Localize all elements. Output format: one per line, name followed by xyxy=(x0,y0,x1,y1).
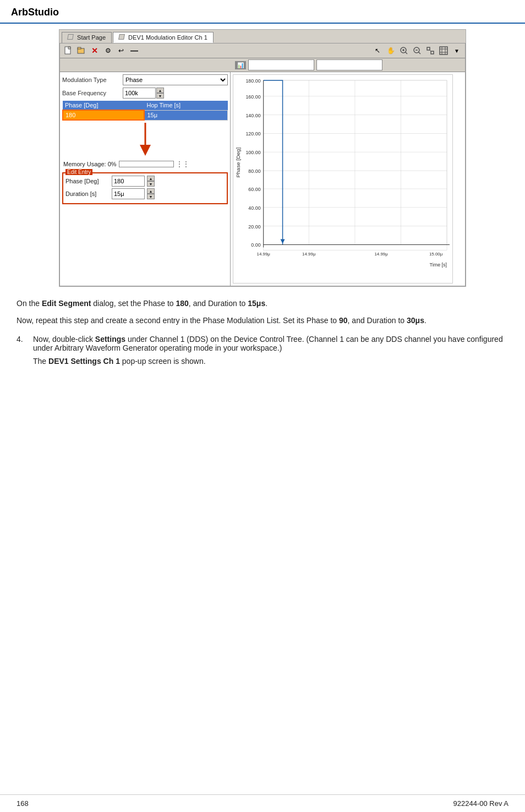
phase-chart: 0.00 20.00 40.00 60.00 80.00 100.00 120.… xyxy=(233,74,453,284)
memory-track xyxy=(119,161,174,167)
svg-line-8 xyxy=(418,52,420,54)
svg-text:14.99μ: 14.99μ xyxy=(302,252,315,257)
para1: On the Edit Segment dialog, set the Phas… xyxy=(17,298,508,309)
edit-phase-input[interactable] xyxy=(112,176,145,187)
new-button[interactable] xyxy=(62,45,74,57)
hoptime-value-cell: 15μ xyxy=(144,110,227,120)
para1-bold3: 15μs xyxy=(248,299,265,308)
phase-col-header: Phase [Deg] xyxy=(63,101,144,110)
para1-bold1: Edit Segment xyxy=(42,299,91,308)
chart-inputs: 📊 0 0 xyxy=(235,59,382,70)
edit-phase-spinner: ▲ ▼ xyxy=(147,176,155,187)
edit-duration-down[interactable]: ▼ xyxy=(147,194,155,199)
cursor-button[interactable]: ↖ xyxy=(371,45,384,57)
item-number: 4. xyxy=(17,335,28,370)
phase-value-cell: 180 xyxy=(63,110,144,120)
zoom-out-button[interactable] xyxy=(411,45,423,57)
chart-input-left[interactable]: 0 xyxy=(248,59,314,70)
edit-duration-spinner: ▲ ▼ xyxy=(147,188,155,199)
text-section: On the Edit Segment dialog, set the Phas… xyxy=(17,298,508,326)
svg-line-4 xyxy=(405,52,407,54)
para2-bold1: 90 xyxy=(339,316,348,325)
base-frequency-label: Base Frequency xyxy=(62,90,123,96)
svg-text:80.00: 80.00 xyxy=(248,168,260,174)
item4-para1: Now, double-click Settings under Channel… xyxy=(33,335,508,352)
app-title: ArbStudio xyxy=(11,7,514,18)
svg-text:60.00: 60.00 xyxy=(248,187,260,192)
undo-button[interactable]: ↩ xyxy=(115,45,127,57)
tab-start-page[interactable]: Start Page xyxy=(62,32,112,43)
svg-text:0.00: 0.00 xyxy=(251,242,260,248)
dash-button[interactable]: — xyxy=(128,45,140,57)
chart-input-right[interactable]: 0 xyxy=(316,59,382,70)
open-button[interactable] xyxy=(75,45,88,57)
hoptime-col-header: Hop Time [s] xyxy=(144,101,227,110)
page-number: 168 xyxy=(17,799,29,808)
zoom-in-button[interactable] xyxy=(398,45,410,57)
edit-duration-row: Duration [s] ▲ ▼ xyxy=(65,188,225,199)
edit-entry-box: Edit Entry Phase [Deg] ▲ ▼ Duration [s] xyxy=(62,172,228,204)
modulation-type-select[interactable]: Phase Frequency Amplitude xyxy=(123,74,228,85)
left-toolbar: ✕ ⚙ ↩ — xyxy=(62,45,140,57)
edit-duration-input[interactable] xyxy=(112,188,145,199)
svg-text:15.00μ: 15.00μ xyxy=(429,252,442,257)
phase-table-row[interactable]: 180 15μ xyxy=(63,110,228,120)
svg-text:14.99μ: 14.99μ xyxy=(374,252,387,257)
edit-duration-label: Duration [s] xyxy=(65,190,110,197)
settings-button[interactable]: ⚙ xyxy=(102,45,114,57)
close-button[interactable]: ✕ xyxy=(89,45,101,57)
item4-bold1: Settings xyxy=(95,335,125,344)
more-button[interactable]: ▼ xyxy=(451,45,463,57)
edit-phase-label: Phase [Deg] xyxy=(65,178,110,184)
item4-para2: The DEV1 Settings Ch 1 pop-up screen is … xyxy=(33,357,508,366)
edit-phase-up[interactable]: ▲ xyxy=(147,176,155,181)
phase-table: Phase [Deg] Hop Time [s] 180 15μ xyxy=(62,101,228,121)
svg-rect-21 xyxy=(264,80,447,250)
arrow-indicator xyxy=(62,121,228,158)
base-freq-up[interactable]: ▲ xyxy=(156,88,164,93)
hand-button[interactable]: ✋ xyxy=(385,45,397,57)
fit-button[interactable] xyxy=(424,45,436,57)
main-layout: Modulation Type Phase Frequency Amplitud… xyxy=(60,72,465,286)
chart-icon: 📊 xyxy=(235,61,246,69)
svg-text:120.00: 120.00 xyxy=(245,131,260,137)
doc-reference: 922244-00 Rev A xyxy=(453,799,508,808)
app-window: ✕ ⚙ ↩ — ↖ ✋ xyxy=(59,43,466,286)
para2-bold2: 30μs xyxy=(407,316,424,325)
tab-dev1-modulation[interactable]: DEV1 Modulation Editor Ch 1 xyxy=(113,32,214,43)
numbered-item-4: 4. Now, double-click Settings under Chan… xyxy=(17,335,508,370)
screenshot-container: Start Page DEV1 Modulation Editor Ch 1 ✕ xyxy=(59,29,466,287)
base-frequency-spinner: ▲ ▼ xyxy=(123,88,164,99)
memory-bar: Memory Usage: 0% ⋮⋮ xyxy=(62,158,228,170)
base-freq-down[interactable]: ▼ xyxy=(156,93,164,99)
svg-text:160.00: 160.00 xyxy=(245,94,260,100)
svg-line-12 xyxy=(430,50,431,51)
para1-bold2: 180 xyxy=(176,299,189,308)
memory-label: Memory Usage: 0% xyxy=(63,161,117,167)
item4-bold2: DEV1 Settings Ch 1 xyxy=(48,357,120,366)
base-frequency-row: Base Frequency ▲ ▼ xyxy=(62,88,228,99)
svg-text:Time [s]: Time [s] xyxy=(430,262,447,268)
svg-text:100.00: 100.00 xyxy=(245,150,260,155)
svg-text:Phase [Deg]: Phase [Deg] xyxy=(235,148,241,178)
svg-text:14.99μ: 14.99μ xyxy=(257,252,270,257)
grid-button[interactable] xyxy=(438,45,450,57)
edit-phase-row: Phase [Deg] ▲ ▼ xyxy=(65,176,225,187)
svg-text:40.00: 40.00 xyxy=(248,205,260,211)
modulation-type-row: Modulation Type Phase Frequency Amplitud… xyxy=(62,74,228,85)
base-frequency-spinner-btns: ▲ ▼ xyxy=(156,88,164,99)
svg-marker-19 xyxy=(140,145,151,156)
edit-phase-down[interactable]: ▼ xyxy=(147,181,155,187)
page-header: ArbStudio xyxy=(0,0,525,24)
base-frequency-input[interactable] xyxy=(123,88,156,99)
item-content: Now, double-click Settings under Channel… xyxy=(33,335,508,370)
left-panel: Modulation Type Phase Frequency Amplitud… xyxy=(60,72,231,286)
modulation-type-label: Modulation Type xyxy=(62,77,123,83)
edit-duration-up[interactable]: ▲ xyxy=(147,188,155,194)
page-content: Start Page DEV1 Modulation Editor Ch 1 ✕ xyxy=(0,24,525,392)
tab-bar: Start Page DEV1 Modulation Editor Ch 1 xyxy=(59,30,466,43)
resize-handle[interactable]: ⋮⋮ xyxy=(176,160,189,168)
edit-entry-title: Edit Entry xyxy=(65,169,92,175)
svg-rect-2 xyxy=(78,47,81,49)
svg-rect-10 xyxy=(427,47,430,50)
